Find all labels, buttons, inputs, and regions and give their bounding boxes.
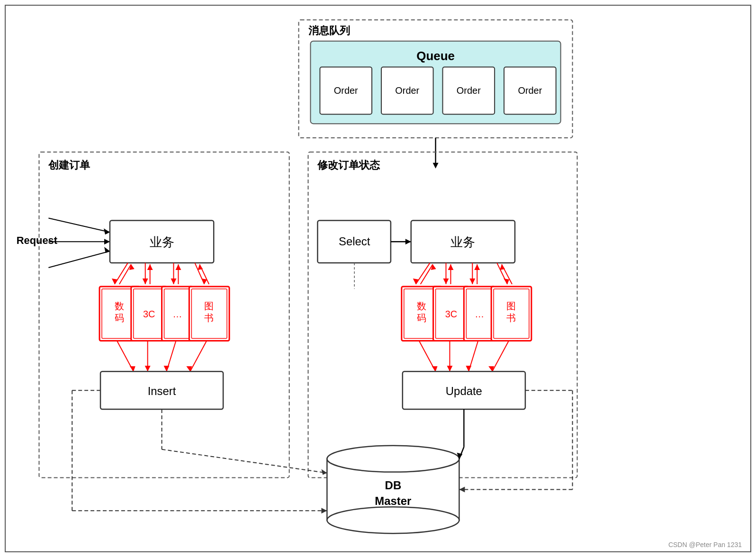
svg-line-56 (190, 341, 207, 372)
svg-marker-100 (466, 366, 471, 371)
svg-text:Order: Order (395, 85, 419, 96)
svg-marker-53 (145, 366, 151, 371)
svg-text:图: 图 (506, 301, 516, 311)
svg-text:Order: Order (518, 85, 542, 96)
left-business-label: 业务 (150, 235, 174, 249)
svg-marker-98 (447, 366, 452, 371)
queue-title: Queue (416, 49, 455, 63)
svg-marker-55 (164, 366, 170, 371)
svg-text:码: 码 (417, 313, 426, 323)
svg-text:码: 码 (115, 313, 124, 323)
left-section-label: 创建订单 (48, 159, 90, 171)
svg-line-17 (48, 251, 110, 268)
svg-text:…: … (173, 309, 182, 319)
svg-text:3C: 3C (143, 309, 155, 319)
svg-text:图: 图 (204, 301, 214, 311)
svg-text:3C: 3C (445, 309, 457, 319)
svg-marker-122 (321, 508, 327, 513)
svg-marker-68 (431, 264, 436, 270)
svg-marker-11 (433, 163, 439, 169)
update-label: Update (446, 385, 482, 397)
svg-marker-78 (504, 278, 509, 284)
svg-line-13 (48, 218, 110, 232)
svg-marker-23 (129, 264, 135, 270)
select-label: Select (339, 235, 370, 248)
svg-point-106 (327, 507, 459, 533)
svg-text:书: 书 (506, 313, 516, 323)
svg-marker-27 (147, 264, 153, 270)
svg-marker-25 (143, 278, 148, 284)
diagram-container: 消息队列 Queue Order Order Order Order 创 (5, 5, 751, 552)
svg-text:…: … (475, 309, 484, 319)
svg-text:Master: Master (375, 494, 411, 507)
svg-point-105 (327, 446, 459, 472)
svg-marker-74 (469, 278, 475, 284)
svg-marker-29 (171, 278, 177, 284)
svg-text:Order: Order (334, 85, 358, 96)
svg-text:Order: Order (457, 85, 481, 96)
svg-marker-70 (443, 278, 449, 284)
insert-label: Insert (148, 385, 176, 397)
svg-line-110 (162, 449, 327, 473)
request-label: Request (17, 234, 58, 246)
svg-line-101 (492, 341, 509, 372)
right-section-label: 修改订单状态 (317, 159, 380, 171)
svg-marker-14 (104, 228, 110, 234)
svg-marker-16 (104, 239, 110, 244)
queue-section-label: 消息队列 (308, 25, 350, 36)
svg-text:DB: DB (385, 479, 402, 492)
svg-marker-111 (321, 469, 327, 475)
svg-marker-72 (448, 264, 453, 270)
svg-marker-118 (459, 486, 465, 492)
svg-marker-76 (474, 264, 480, 270)
svg-marker-62 (405, 239, 411, 244)
svg-text:数: 数 (417, 301, 426, 311)
watermark-text: CSDN @Peter Pan 1231 (668, 541, 742, 548)
svg-text:数: 数 (115, 301, 124, 311)
svg-marker-31 (175, 264, 181, 270)
svg-text:书: 书 (204, 313, 214, 323)
right-business-label: 业务 (450, 235, 475, 249)
